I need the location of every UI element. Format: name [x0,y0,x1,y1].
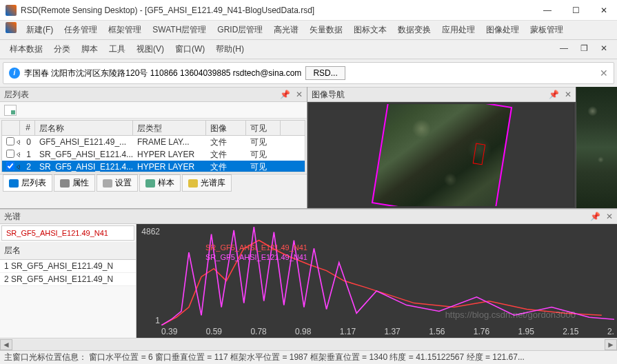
chart-legend-2: SR_GF5_AHSI_E121.49_N41 [205,253,307,261]
copy-icon[interactable] [4,105,17,116]
menu-help[interactable]: 帮助(H) [212,41,248,57]
ytick: 4862 [141,227,160,236]
bottom-tabs: 层列表属性设置样本光谱库 [0,174,307,192]
layer-toolstrip [0,102,307,119]
set-icon [103,179,112,188]
layer-pane-header: 层列表 📌 ✕ [0,87,307,102]
menu-swath[interactable]: SWATH层管理 [148,22,210,38]
menu-transform[interactable]: 数据变换 [394,22,435,38]
table-row[interactable]: 👁 0 GF5_AHSI_E121.49_... FRAME LAY... 文件… [2,136,305,148]
xtick: 2. [607,327,614,336]
col-image[interactable]: 图像 [206,121,246,135]
pin-icon[interactable]: 📌 [590,212,600,221]
xtick: 1.37 [384,327,400,336]
spectrum-pane-title: 光谱 [4,211,21,223]
xtick: 0.78 [250,327,266,336]
pane-close-icon[interactable]: ✕ [565,90,572,99]
xtick: 1.17 [340,327,356,336]
menubar-row2: 样本数据 分类 脚本 工具 视图(V) 窗口(W) 帮助(H) — ❐ ✕ [0,40,617,59]
xtick: 2.15 [563,327,578,336]
satellite-thumbnail [371,103,512,207]
tab-spec[interactable]: 光谱库 [182,174,232,192]
row-checkbox[interactable] [6,137,14,145]
scroll-right-icon[interactable]: ► [605,339,617,350]
main-canvas-strip[interactable] [576,87,617,208]
menu-window[interactable]: 窗口(W) [171,41,209,57]
tab-list[interactable]: 层列表 [3,174,52,192]
info-bar: i 李国春 沈阳市沈河区东陵路120号 110866 13604039885 r… [3,62,614,84]
row-checkbox[interactable] [6,150,14,158]
titlebar: RSD(Remote Sensing Desktop) - [GF5_AHSI_… [0,0,617,21]
menu-new[interactable]: 新建(F) [22,22,57,38]
menu-view[interactable]: 视图(V) [132,41,168,57]
info-close-icon[interactable]: ✕ [600,68,608,79]
menu-mask[interactable]: 蒙板管理 [526,22,567,38]
row-checkbox[interactable] [6,162,14,170]
nav-pane-header: 图像导航 📌 ✕ [307,87,576,102]
menu-sample[interactable]: 样本数据 [6,41,47,57]
info-icon: i [9,68,20,79]
scroll-track[interactable] [12,339,605,350]
roi-rectangle[interactable] [472,143,485,165]
menu-text[interactable]: 图标文本 [350,22,391,38]
list-item[interactable]: 2 SR_GF5_AHSI_E121.49_N [0,273,136,286]
menu-grid[interactable]: GRID层管理 [213,22,267,38]
scroll-left-icon[interactable]: ◄ [0,339,12,350]
menu-app[interactable]: 应用处理 [438,22,479,38]
status-bar: 主窗口光标位置信息： 窗口水平位置 = 6 窗口垂直位置 = 117 框架水平位… [0,350,617,364]
col-visible[interactable]: 可见 [246,121,281,135]
menu-task[interactable]: 任务管理 [60,22,101,38]
menu-frame[interactable]: 框架管理 [104,22,145,38]
xtick: 1.95 [518,327,534,336]
menu-image[interactable]: 图像处理 [482,22,523,38]
table-row[interactable]: 👁 1 SR_GF5_AHSI_E121.4... HYPER LAYER 文件… [2,148,305,161]
list-icon [9,179,19,188]
layername-header: 层名 [0,242,136,260]
xtick: 1.76 [474,327,489,336]
xtick: 0.59 [206,327,222,336]
mdi-minimize-icon[interactable]: — [556,41,572,57]
col-index[interactable]: # [20,121,35,135]
xtick: 1.56 [429,327,445,336]
layer-pane-title: 层列表 [4,89,29,101]
close-button[interactable]: ✕ [596,4,611,17]
menu-vector[interactable]: 矢量数据 [305,22,347,38]
maximize-button[interactable]: ☐ [568,4,584,17]
info-text: 李国春 沈阳市沈河区东陵路120号 110866 13604039885 rsd… [24,68,301,79]
table-row[interactable]: 👁 2 SR_GF5_AHSI_E121.4... HYPER LAYER 文件… [2,161,305,172]
nav-pane-title: 图像导航 [312,89,345,101]
menu-hyperspectral[interactable]: 高光谱 [270,22,303,38]
minimize-button[interactable]: — [539,4,556,17]
window-title: RSD(Remote Sensing Desktop) - [GF5_AHSI_… [21,6,539,15]
samp-icon [145,179,155,188]
app-logo-icon [6,22,17,33]
app-logo-icon [6,5,17,16]
menu-script[interactable]: 脚本 [77,41,102,57]
xtick: 0.39 [161,327,177,336]
layer-table: # 层名称 层类型 图像 可见 👁 0 GF5_AHSI_E121.49_...… [1,120,305,172]
spectrum-chart[interactable]: 4862 1 SR_GF5_AHSI_E121.49_N41 SR_GF5_AH… [136,224,617,338]
nav-image[interactable] [309,103,574,207]
tab-set[interactable]: 设置 [97,174,138,192]
pin-icon[interactable]: 📌 [549,90,559,99]
prop-icon [60,179,70,188]
selected-layer-label[interactable]: SR_GF5_AHSI_E121.49_N41 [1,225,134,241]
menu-tools[interactable]: 工具 [105,41,130,57]
spectrum-pane-header: 光谱 📌 ✕ [0,209,617,224]
horizontal-scrollbar[interactable]: ◄ ► [0,338,617,350]
mdi-close-icon[interactable]: ✕ [596,41,611,57]
spec-icon [188,179,198,188]
pane-close-icon[interactable]: ✕ [606,212,613,221]
mdi-restore-icon[interactable]: ❐ [576,41,592,57]
col-name[interactable]: 层名称 [35,121,133,135]
pin-icon[interactable]: 📌 [280,90,290,99]
status-text: 主窗口光标位置信息： 窗口水平位置 = 6 窗口垂直位置 = 117 框架水平位… [4,352,525,363]
ytick: 1 [155,316,160,325]
pane-close-icon[interactable]: ✕ [296,90,303,99]
rsd-button[interactable]: RSD... [305,66,345,80]
col-type[interactable]: 层类型 [133,121,206,135]
list-item[interactable]: 1 SR_GF5_AHSI_E121.49_N [0,260,136,273]
menu-classify[interactable]: 分类 [50,41,74,57]
tab-prop[interactable]: 属性 [54,174,95,192]
tab-samp[interactable]: 样本 [139,174,181,192]
